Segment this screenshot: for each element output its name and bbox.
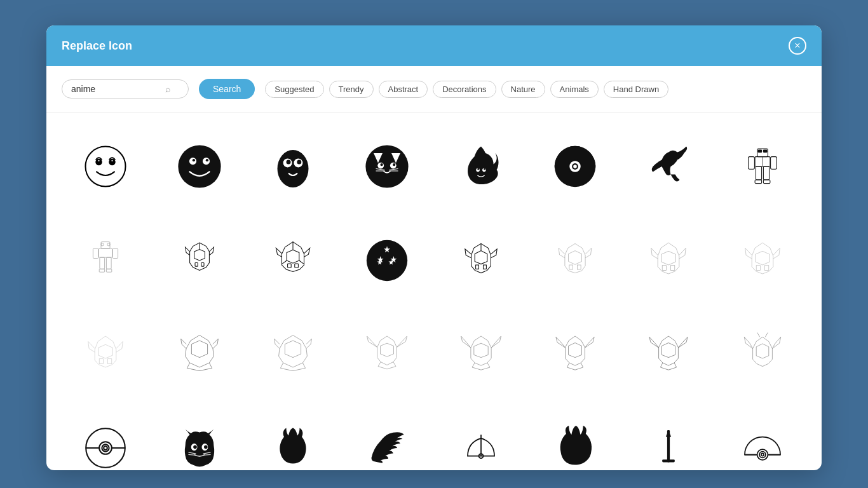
svg-rect-46 [98,248,112,257]
svg-point-10 [278,150,309,187]
svg-rect-79 [107,359,111,364]
close-button[interactable]: × [789,37,806,55]
svg-line-94 [203,455,210,456]
icon-gundam-head-2[interactable] [250,217,337,304]
svg-rect-43 [755,180,762,184]
svg-line-80 [757,333,760,337]
icon-dragon-ball-stars[interactable] [343,217,431,304]
svg-point-3 [97,159,100,162]
svg-point-4 [111,159,113,162]
icon-black-smiley[interactable] [156,123,243,210]
svg-rect-49 [100,257,105,269]
svg-rect-58 [288,264,292,268]
svg-point-28 [484,168,485,170]
filter-tag-trendy[interactable]: Trendy [329,81,374,98]
icon-spiky-hair[interactable] [250,404,337,470]
svg-rect-50 [106,257,111,269]
search-icon: ⌕ [165,84,170,94]
filter-tag-suggested[interactable]: Suggested [265,81,323,98]
icon-gundam-head-6[interactable] [719,217,806,304]
icon-pokeball[interactable] [531,123,619,210]
svg-point-104 [761,454,764,456]
icon-pokeball-dome[interactable] [719,404,806,470]
svg-marker-100 [666,430,671,437]
icon-gundam-head-5[interactable] [625,217,713,304]
svg-rect-74 [663,265,667,270]
icon-cat-face[interactable] [343,123,431,210]
modal-title: Replace Icon [62,39,132,53]
filter-tag-hand-drawn[interactable]: Hand Drawn [604,81,668,98]
svg-rect-59 [295,264,299,268]
icon-pokeball-ring[interactable] [62,404,149,470]
svg-line-81 [765,333,768,337]
svg-point-19 [393,163,395,166]
icon-goku-silhouette[interactable] [437,123,525,210]
svg-rect-36 [764,150,768,152]
icon-sword-silhouette[interactable] [625,404,713,470]
svg-point-9 [205,159,208,161]
icon-super-saiyan-hair[interactable] [531,404,619,470]
icon-totoro[interactable] [156,404,243,470]
svg-rect-44 [764,180,771,184]
svg-point-13 [287,159,291,164]
svg-rect-56 [201,262,203,266]
search-bar: ⌕ Search Suggested Trendy Abstract Decor… [46,66,822,112]
icon-radar-dome[interactable] [437,404,525,470]
icon-mecha-winged-head[interactable] [343,311,431,398]
svg-rect-78 [99,359,103,364]
icon-mecha-horned[interactable] [719,311,806,398]
icons-container [46,112,822,470]
svg-line-62 [299,261,304,264]
icon-mecha-dark-wings[interactable] [625,311,713,398]
icon-mecha-head-lighter[interactable] [250,311,337,398]
svg-rect-99 [663,459,675,462]
svg-rect-69 [475,265,478,269]
filter-tag-abstract[interactable]: Abstract [379,81,428,98]
svg-point-15 [366,145,409,187]
replace-icon-modal: Replace Icon × ⌕ Search Suggested Trendy… [46,25,822,470]
filter-tag-nature[interactable]: Nature [501,81,545,98]
icon-mecha-outline-small[interactable] [62,217,149,304]
svg-rect-52 [106,269,111,272]
icons-grid [62,123,806,470]
svg-point-14 [297,159,302,164]
modal-header: Replace Icon × [46,25,822,66]
svg-point-5 [178,145,220,187]
filter-tag-animals[interactable]: Animals [550,81,599,98]
search-input-wrap: ⌕ [62,79,189,98]
svg-rect-48 [112,248,118,258]
icon-gundam-head-7[interactable] [62,311,149,398]
filter-tag-decorations[interactable]: Decorations [433,81,496,98]
svg-rect-47 [93,248,98,258]
icon-mecha-head-alt[interactable] [531,311,619,398]
svg-point-53 [101,243,104,245]
svg-rect-42 [764,166,770,180]
svg-rect-77 [765,265,769,270]
close-icon: × [794,41,800,51]
icon-mecha-winged-2[interactable] [437,311,525,398]
search-input[interactable] [71,84,160,94]
modal-overlay: Replace Icon × ⌕ Search Suggested Trendy… [0,0,868,488]
svg-point-90 [204,445,208,449]
svg-rect-76 [756,265,760,270]
svg-point-0 [85,146,125,186]
icon-gundam-head-1[interactable] [156,217,243,304]
icon-fox-silhouette[interactable] [625,123,713,210]
icon-mecha-head-dark[interactable] [156,311,243,398]
svg-point-86 [104,446,107,450]
svg-rect-72 [569,265,573,269]
search-button[interactable]: Search [199,79,255,99]
icon-oval-eyes[interactable] [250,123,337,210]
icon-wing-silhouette[interactable] [343,404,431,470]
svg-point-54 [107,243,110,245]
svg-rect-73 [577,265,581,269]
svg-point-27 [477,168,479,170]
svg-rect-45 [101,241,110,248]
svg-point-33 [573,165,577,168]
icon-gundam-head-3[interactable] [437,217,525,304]
svg-point-89 [193,445,197,449]
icon-mecha-robot[interactable] [719,123,806,210]
svg-rect-41 [756,166,762,180]
icon-gundam-head-4[interactable] [531,217,619,304]
icon-smiley-face[interactable] [62,123,149,210]
